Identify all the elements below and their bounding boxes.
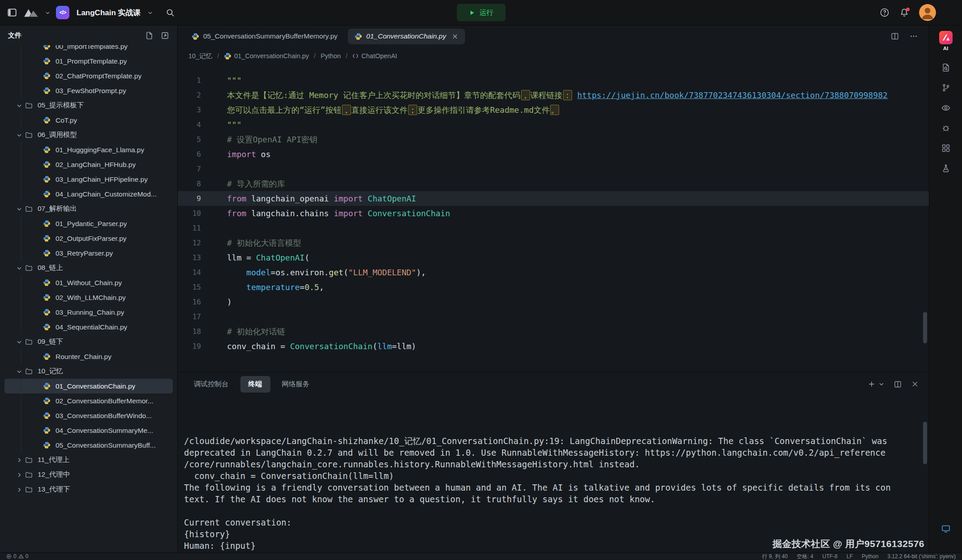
file-name: Rounter_Chain.py [56, 353, 111, 361]
folder-item[interactable]: 09_链下 [4, 334, 173, 349]
breadcrumb-item[interactable]: 10_记忆 [188, 52, 212, 60]
notification-badge [906, 8, 910, 11]
python-file-icon [43, 146, 52, 154]
file-tree-item[interactable]: 03_RetryParser.py [4, 246, 173, 261]
folder-icon [25, 131, 34, 139]
chevron-down-icon[interactable] [147, 10, 153, 16]
help-icon[interactable] [880, 8, 889, 17]
file-tree-item[interactable]: 02_ChatPromptTemplate.py [4, 68, 173, 83]
warning-count: 0 [26, 553, 29, 560]
preview-icon[interactable] [941, 103, 951, 113]
folder-item[interactable]: 11_代理上 [4, 453, 173, 467]
code-editor[interactable]: 1"""2本文件是【记忆:通过 Memory 记住客户上次买花时的对话细节】章节… [178, 65, 929, 372]
editor-scrollbar[interactable] [923, 312, 927, 343]
tab-label: 05_ConversationSummaryBufferMemory.py [203, 32, 338, 40]
file-tree-item[interactable]: 02_LangChain_HFHub.py [4, 157, 173, 172]
status-item[interactable]: Python [862, 553, 878, 560]
editor-tab[interactable]: 01_ConversationChain.py [348, 29, 465, 44]
status-item[interactable]: 空格: 4 [797, 553, 813, 560]
status-item[interactable]: 3.12.2 64-bit ('shims': pyenv) [887, 553, 956, 560]
remote-window-icon[interactable] [941, 524, 951, 534]
terminal-line: Current conversation: [184, 517, 929, 528]
marscode-logo[interactable] [23, 7, 39, 18]
folder-item[interactable]: 13_代理下 [4, 482, 173, 497]
extensions-icon[interactable] [941, 143, 951, 153]
file-tree-item[interactable]: 01_Pydantic_Parser.py [4, 216, 173, 231]
panel-tab[interactable]: 调试控制台 [186, 376, 237, 393]
python-file-icon [43, 87, 52, 94]
chevron-down-icon[interactable] [45, 10, 51, 16]
run-button[interactable]: 运行 [457, 4, 505, 21]
python-file-icon [43, 249, 52, 257]
file-tree-item[interactable]: 03_LangChain_HFPipeline.py [4, 172, 173, 187]
file-tree-item[interactable]: 02_OutputFixParser.py [4, 231, 173, 246]
file-tree-item[interactable]: 01_PromptTemplate.py [4, 54, 173, 68]
more-actions-icon[interactable] [909, 32, 918, 41]
status-item[interactable]: 行 9, 列 40 [762, 553, 787, 560]
file-tree-item[interactable]: 02_ConversationBufferMemor... [4, 393, 173, 408]
breadcrumb-item[interactable]: ChatOpenAI [352, 52, 397, 60]
panel-tab[interactable]: 终端 [240, 376, 270, 393]
terminal[interactable]: /cloudide/workspace/LangChain-shizhanke/… [178, 396, 929, 552]
split-terminal-icon[interactable] [894, 380, 902, 389]
search-icon[interactable] [166, 8, 175, 17]
folder-item[interactable]: 05_提示模板下 [4, 98, 173, 113]
file-tree-item[interactable]: 04_ConversationSummaryMe... [4, 423, 173, 438]
status-item[interactable]: UTF-8 [822, 553, 838, 560]
file-tree-item[interactable]: 01_ConversationChain.py [4, 379, 173, 393]
file-name: 01_ConversationChain.py [56, 382, 135, 390]
folder-item[interactable]: 07_解析输出 [4, 201, 173, 216]
problems-indicator[interactable]: 0 0 [6, 553, 28, 560]
file-tree-item[interactable]: 02_With_LLMChain.py [4, 290, 173, 305]
file-tree-item[interactable]: 04_SequentialChain.py [4, 320, 173, 334]
breadcrumb-item[interactable]: Python [321, 52, 341, 60]
panel-tab[interactable]: 网络服务 [274, 376, 318, 393]
window-layout-icon[interactable] [6, 7, 18, 18]
file-tree-item[interactable]: 03_ConversationBufferWindo... [4, 408, 173, 423]
folder-item[interactable]: 08_链上 [4, 261, 173, 275]
file-tree-item[interactable]: 03_FewShotPrompt.py [4, 83, 173, 98]
file-tree-item[interactable]: Rounter_Chain.py [4, 349, 173, 364]
status-item[interactable]: LF [847, 553, 853, 560]
tab-label: 01_ConversationChain.py [366, 32, 446, 40]
folder-item[interactable]: 12_代理中 [4, 467, 173, 482]
file-tree-item[interactable]: 01_Without_Chain.py [4, 275, 173, 290]
file-tree-item[interactable]: 00_ImportTemplates.py [4, 45, 173, 54]
open-in-editor-icon[interactable] [161, 31, 169, 40]
new-file-icon[interactable] [145, 31, 154, 40]
line-number: 1 [178, 73, 201, 88]
debug-icon[interactable] [941, 123, 951, 133]
run-label: 运行 [479, 8, 493, 17]
breadcrumb-item[interactable]: 01_ConversationChain.py [224, 52, 309, 60]
folder-item[interactable]: 06_调用模型 [4, 128, 173, 142]
close-tab-icon[interactable] [452, 33, 458, 40]
notifications-icon[interactable] [899, 8, 909, 17]
source-control-icon[interactable] [941, 83, 951, 93]
editor-tab-bar: 05_ConversationSummaryBufferMemory.py01_… [178, 26, 929, 47]
close-panel-icon[interactable] [911, 380, 919, 388]
file-tree-item[interactable]: 01_HugggingFace_Llama.py [4, 142, 173, 157]
terminal-line: deprecated in LangChain 0.2.7 and will b… [184, 447, 929, 458]
line-number: 17 [178, 309, 201, 324]
tests-icon[interactable] [941, 163, 951, 173]
file-tree-item[interactable]: 03_Running_Chain.py [4, 305, 173, 320]
file-search-icon[interactable] [941, 63, 951, 73]
file-tree-item[interactable]: 04_LangChain_CustomizeMod... [4, 187, 173, 201]
terminal-scrollbar[interactable] [923, 422, 927, 464]
chevron-down-icon[interactable] [878, 381, 885, 387]
terminal-line: text. If the AI does not know the answer… [184, 493, 929, 505]
project-title[interactable]: LangChain 实战课 [77, 8, 141, 18]
file-tree-item[interactable]: 05_ConversationSummaryBuff... [4, 438, 173, 453]
folder-item[interactable]: 10_记忆 [4, 364, 173, 379]
folder-icon [25, 368, 34, 375]
new-terminal-icon[interactable] [867, 380, 876, 389]
error-count: 0 [13, 553, 17, 560]
file-tree-item[interactable]: CoT.py [4, 113, 173, 128]
avatar[interactable] [919, 4, 936, 21]
python-file-icon [43, 382, 52, 390]
python-file-icon [43, 175, 52, 183]
ai-assistant-icon[interactable]: AI [939, 31, 953, 51]
file-name: 03_LangChain_HFPipeline.py [56, 175, 148, 184]
split-editor-icon[interactable] [890, 32, 899, 41]
editor-tab[interactable]: 05_ConversationSummaryBufferMemory.py [185, 29, 344, 44]
